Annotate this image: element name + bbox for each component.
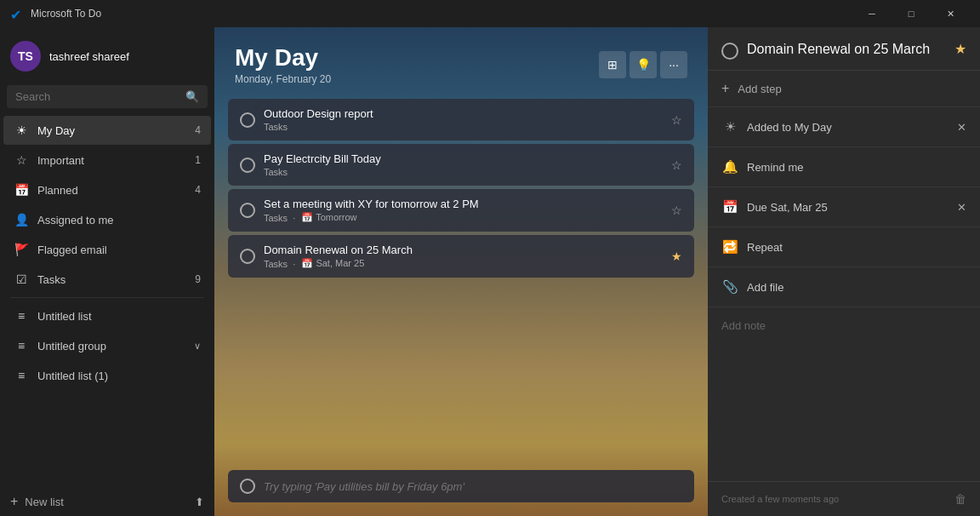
page-subtitle: Monday, February 20 — [235, 73, 599, 85]
right-panel-header: Domain Renewal on 25 March ★ — [708, 27, 980, 71]
table-row[interactable]: Outdoor Design report Tasks ☆ — [228, 99, 694, 140]
sidebar-item-planned[interactable]: 📅 Planned 4 — [3, 175, 211, 204]
added-to-my-day-action[interactable]: ☀ Added to My Day ✕ — [708, 107, 980, 147]
star-icon[interactable]: ☆ — [671, 204, 682, 217]
sidebar-item-badge: 1 — [187, 154, 201, 166]
action-label: Added to My Day — [747, 121, 949, 134]
due-date-action[interactable]: 📅 Due Sat, Mar 25 ✕ — [708, 187, 980, 227]
sidebar-item-tasks[interactable]: ☑ Tasks 9 — [3, 265, 211, 294]
add-note-button[interactable]: Add note — [708, 307, 980, 481]
star-icon: ☆ — [14, 152, 29, 168]
calendar-icon: 📅 — [721, 199, 738, 215]
add-task-checkbox[interactable] — [240, 479, 255, 494]
task-meta: Tasks — [264, 167, 663, 177]
add-task-bar[interactable] — [228, 470, 694, 502]
task-list: Outdoor Design report Tasks ☆ Pay Electr… — [214, 92, 708, 463]
sidebar-item-badge: 9 — [187, 273, 201, 285]
more-options-button[interactable]: ··· — [660, 51, 687, 78]
task-title: Outdoor Design report — [264, 107, 663, 120]
sidebar-item-badge: 4 — [187, 184, 201, 196]
task-title: Set a meeting with XY for tomorrow at 2 … — [264, 198, 663, 210]
task-info: Outdoor Design report Tasks — [264, 107, 663, 132]
flag-icon: 🚩 — [14, 242, 29, 257]
star-icon[interactable]: ★ — [954, 41, 966, 57]
table-row[interactable]: Domain Renewal on 25 March Tasks · 📅 Sat… — [228, 235, 694, 278]
task-info: Set a meeting with XY for tomorrow at 2 … — [264, 198, 663, 223]
sun-icon: ☀ — [14, 123, 29, 138]
app-title: Microsoft To Do — [31, 8, 852, 20]
new-list-label: New list — [25, 496, 64, 508]
close-icon[interactable]: ✕ — [957, 121, 966, 134]
plus-icon: + — [10, 494, 18, 509]
task-checkbox[interactable] — [240, 249, 255, 264]
sidebar-item-label: Important — [37, 154, 179, 167]
add-step-label: Add step — [738, 83, 781, 95]
star-icon[interactable]: ☆ — [671, 113, 682, 127]
task-checkbox[interactable] — [240, 112, 255, 128]
sidebar-item-label: Planned — [37, 184, 179, 197]
export-icon: ⬆ — [195, 496, 204, 508]
sidebar-item-label: Assigned to me — [37, 214, 179, 226]
sidebar-item-important[interactable]: ☆ Important 1 — [3, 146, 211, 175]
remind-me-action[interactable]: 🔔 Remind me — [708, 147, 980, 187]
task-title: Domain Renewal on 25 March — [264, 244, 663, 256]
task-meta: Tasks — [264, 122, 663, 132]
sun-icon: ☀ — [721, 119, 738, 135]
table-row[interactable]: Set a meeting with XY for tomorrow at 2 … — [228, 189, 694, 232]
sidebar-divider — [10, 297, 204, 298]
add-file-action[interactable]: 📎 Add file — [708, 267, 980, 307]
user-profile[interactable]: TS tashreef shareef — [0, 27, 214, 85]
chevron-down-icon: ∨ — [194, 341, 201, 352]
star-icon[interactable]: ☆ — [671, 158, 682, 172]
action-label: Due Sat, Mar 25 — [747, 201, 949, 214]
panel-title-block: My Day Monday, February 20 — [235, 44, 599, 85]
sidebar-item-untitled-list-1[interactable]: ≡ Untitled list (1) — [3, 361, 211, 390]
add-step-button[interactable]: + Add step — [708, 71, 980, 107]
maximize-button[interactable]: □ — [892, 0, 931, 27]
sidebar-item-untitled-list[interactable]: ≡ Untitled list — [3, 301, 211, 330]
sidebar-item-label: My Day — [37, 124, 179, 137]
close-button[interactable]: ✕ — [931, 0, 970, 27]
table-row[interactable]: Pay Electrcity Bill Today Tasks ☆ — [228, 144, 694, 186]
sidebar-item-label: Untitled list (1) — [37, 370, 201, 382]
nav-items: ☀ My Day 4 ☆ Important 1 📅 Planned 4 👤 A… — [0, 115, 214, 487]
star-icon[interactable]: ★ — [671, 249, 682, 263]
sidebar-item-flagged[interactable]: 🚩 Flagged email — [3, 235, 211, 264]
created-text: Created a few moments ago — [721, 494, 948, 504]
action-label: Add file — [747, 281, 966, 294]
repeat-action[interactable]: 🔁 Repeat — [708, 227, 980, 267]
right-task-title: Domain Renewal on 25 March — [747, 41, 946, 59]
right-panel-footer: Created a few moments ago 🗑 — [708, 481, 980, 516]
search-bar[interactable]: 🔍 — [7, 85, 208, 108]
lightbulb-button[interactable]: 💡 — [630, 51, 657, 78]
delete-icon[interactable]: 🗑 — [954, 492, 966, 506]
repeat-icon: 🔁 — [721, 239, 738, 255]
task-checkbox[interactable] — [240, 203, 255, 218]
page-title: My Day — [235, 44, 599, 72]
plus-icon: + — [721, 81, 729, 96]
close-icon[interactable]: ✕ — [957, 201, 966, 214]
sidebar-item-my-day[interactable]: ☀ My Day 4 — [3, 116, 211, 145]
task-checkbox[interactable] — [240, 158, 255, 173]
task-info: Domain Renewal on 25 March Tasks · 📅 Sat… — [264, 244, 663, 269]
list-icon: ≡ — [14, 308, 29, 324]
new-list-button[interactable]: + New list ⬆ — [0, 487, 214, 516]
layout-button[interactable]: ⊞ — [599, 51, 626, 78]
calendar-icon: 📅 — [14, 182, 29, 198]
action-label: Repeat — [747, 241, 966, 254]
action-label: Remind me — [747, 161, 966, 174]
minimize-button[interactable]: ─ — [852, 0, 892, 27]
sidebar-item-assigned[interactable]: 👤 Assigned to me — [3, 205, 211, 234]
right-task-checkbox[interactable] — [721, 43, 738, 60]
sidebar-item-label: Untitled group — [37, 340, 185, 353]
avatar: TS — [10, 41, 41, 72]
task-title: Pay Electrcity Bill Today — [264, 152, 663, 165]
sidebar-item-untitled-group[interactable]: ≡ Untitled group ∨ — [3, 331, 211, 360]
task-info: Pay Electrcity Bill Today Tasks — [264, 152, 663, 177]
search-input[interactable] — [15, 90, 179, 103]
task-meta: Tasks · 📅 Sat, Mar 25 — [264, 258, 663, 269]
add-task-input[interactable] — [264, 480, 682, 493]
center-content: My Day Monday, February 20 ⊞ 💡 ··· Outdo… — [214, 27, 708, 516]
main-layout: TS tashreef shareef 🔍 ☀ My Day 4 ☆ Impor… — [0, 27, 980, 516]
titlebar: ✔ Microsoft To Do ─ □ ✕ — [0, 0, 980, 27]
